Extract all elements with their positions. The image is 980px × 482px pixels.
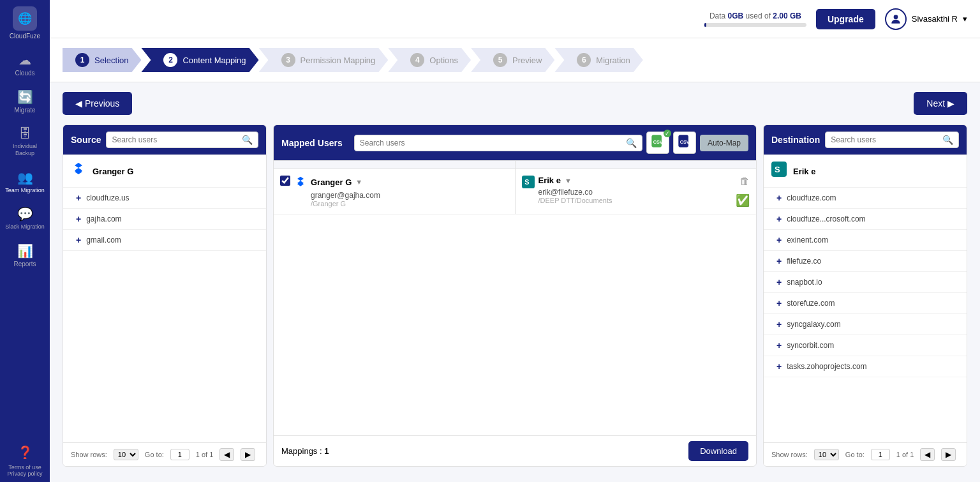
nav-buttons: ◀ Previous Next ▶ bbox=[63, 92, 967, 115]
mappings-label: Mappings : 1 bbox=[281, 446, 329, 456]
delete-mapping-icon[interactable]: 🗑 bbox=[739, 176, 750, 187]
dest-domain-label-7: syncgalaxy.com bbox=[787, 320, 840, 329]
dest-show-rows-label: Show rows: bbox=[771, 451, 808, 458]
usage-fill bbox=[704, 23, 706, 27]
mapped-source-name: Granger G bbox=[311, 177, 352, 187]
main-content: Data 0GB used of 2.00 GB Upgrade Sivasak… bbox=[50, 0, 980, 482]
source-next-page[interactable]: ▶ bbox=[241, 448, 255, 461]
data-used: 0GB bbox=[728, 11, 744, 20]
terms-footer: Terms of use Privacy policy bbox=[0, 459, 50, 482]
step-3[interactable]: 3 Permission Mapping bbox=[259, 48, 389, 72]
mapped-row-checkbox-1[interactable] bbox=[280, 176, 290, 186]
data-usage-info: Data 0GB used of 2.00 GB bbox=[704, 11, 806, 27]
dest-next-page[interactable]: ▶ bbox=[941, 448, 956, 461]
sidebar: 🌐 CloudFuze ☁ Clouds 🔄 Migrate 🗄 Individ… bbox=[0, 0, 50, 482]
step-1-label: Selection bbox=[94, 56, 128, 65]
dest-domain-3[interactable]: + exinent.com bbox=[764, 230, 967, 251]
step-5[interactable]: 5 Preview bbox=[471, 48, 554, 72]
data-used-label: used of bbox=[746, 11, 771, 20]
csv-upload-button-1[interactable]: CSV ✓ bbox=[646, 132, 669, 154]
dest-domain-label-5: snapbot.io bbox=[787, 278, 822, 287]
source-search-input[interactable] bbox=[112, 135, 242, 144]
sidebar-item-clouds[interactable]: ☁ Clouds bbox=[0, 46, 50, 83]
dest-domain-7[interactable]: + syncgalaxy.com bbox=[764, 314, 967, 335]
dest-prev-page[interactable]: ◀ bbox=[920, 448, 935, 461]
dest-plus-3: + bbox=[776, 235, 782, 245]
previous-button[interactable]: ◀ Previous bbox=[63, 92, 132, 115]
dest-domain-label-1: cloudfuze.com bbox=[787, 193, 836, 202]
csv-download-button[interactable]: CSV bbox=[673, 132, 696, 154]
step-6[interactable]: 6 Migration bbox=[554, 48, 642, 72]
svg-text:CSV: CSV bbox=[653, 139, 663, 145]
step-2-num: 2 bbox=[163, 53, 177, 67]
dest-user-row[interactable]: S Erik e bbox=[764, 155, 967, 188]
step-5-num: 5 bbox=[493, 53, 507, 67]
dest-search-input[interactable] bbox=[831, 135, 942, 144]
dest-total-pages: 1 of 1 bbox=[896, 451, 914, 458]
next-button[interactable]: Next ▶ bbox=[914, 92, 967, 115]
logo[interactable]: 🌐 CloudFuze bbox=[10, 6, 40, 40]
source-panel: Source 🔍 Granger G + clo bbox=[63, 124, 267, 467]
dest-domain-label-8: syncorbit.com bbox=[787, 341, 834, 350]
sidebar-item-individual-backup[interactable]: 🗄 Individual Backup bbox=[0, 120, 50, 163]
source-rows-select[interactable]: 102550 bbox=[114, 449, 138, 460]
mapped-panel-title: Mapped Users bbox=[281, 138, 343, 148]
migrate-icon: 🔄 bbox=[17, 89, 33, 105]
step-2[interactable]: 2 Content Mapping bbox=[141, 48, 258, 72]
privacy-link[interactable]: Privacy policy bbox=[7, 471, 42, 477]
mapped-panel-body: Granger G ▼ granger@gajha.com /Granger G bbox=[274, 169, 756, 435]
dest-plus-4: + bbox=[776, 256, 782, 266]
sidebar-label-slack: Slack Migration bbox=[5, 223, 45, 230]
dest-domain-4[interactable]: + filefuze.co bbox=[764, 251, 967, 272]
source-search-box: 🔍 bbox=[106, 132, 258, 148]
mapped-search-box: 🔍 bbox=[354, 135, 642, 151]
mapping-success-icon: ✅ bbox=[736, 193, 750, 207]
source-page-input[interactable] bbox=[170, 449, 189, 460]
dest-search-box: 🔍 bbox=[825, 132, 959, 148]
terms-link[interactable]: Terms of use bbox=[8, 464, 41, 471]
user-dropdown-icon: ▾ bbox=[963, 14, 967, 24]
step-4[interactable]: 4 Options bbox=[388, 48, 471, 72]
mapped-dest-name: Erik e bbox=[538, 176, 561, 185]
source-search-icon: 🔍 bbox=[242, 135, 253, 145]
dest-domain-9[interactable]: + tasks.zohoprojects.com bbox=[764, 356, 967, 377]
source-domain-1[interactable]: + cloudfuze.us bbox=[63, 188, 266, 209]
dest-plus-6: + bbox=[776, 298, 782, 308]
sidebar-item-migrate[interactable]: 🔄 Migrate bbox=[0, 83, 50, 120]
dest-user-icon: S bbox=[771, 162, 787, 181]
avatar bbox=[885, 8, 907, 30]
sidebar-item-slack-migration[interactable]: 💬 Slack Migration bbox=[0, 200, 50, 237]
dest-domain-1[interactable]: + cloudfuze.com bbox=[764, 188, 967, 209]
mapped-panel-footer: Mappings : 1 Download bbox=[274, 435, 756, 466]
source-domain-2[interactable]: + gajha.com bbox=[63, 209, 266, 230]
source-prev-page[interactable]: ◀ bbox=[219, 448, 234, 461]
mapped-dest-filter-icon: ▼ bbox=[565, 177, 572, 185]
user-profile[interactable]: Sivasakthi R ▾ bbox=[885, 8, 967, 30]
step-1-num: 1 bbox=[75, 53, 89, 67]
mapped-search-input[interactable] bbox=[360, 139, 626, 147]
sidebar-label-team: Team Migration bbox=[5, 187, 45, 194]
source-panel-title: Source bbox=[71, 135, 101, 145]
source-goto-label: Go to: bbox=[145, 451, 164, 458]
step-4-num: 4 bbox=[410, 53, 424, 67]
svg-text:CSV: CSV bbox=[680, 139, 690, 145]
dest-domain-5[interactable]: + snapbot.io bbox=[764, 272, 967, 293]
sidebar-item-team-migration[interactable]: 👥 Team Migration bbox=[0, 163, 50, 200]
auto-map-button[interactable]: Auto-Map bbox=[700, 135, 748, 151]
dest-domain-2[interactable]: + cloudfuze...crosoft.com bbox=[764, 209, 967, 230]
dest-domain-6[interactable]: + storefuze.com bbox=[764, 293, 967, 314]
dest-domain-8[interactable]: + syncorbit.com bbox=[764, 335, 967, 356]
sidebar-item-reports[interactable]: 📊 Reports bbox=[0, 237, 50, 274]
download-button[interactable]: Download bbox=[688, 441, 748, 461]
usage-bar bbox=[704, 23, 806, 27]
upgrade-button[interactable]: Upgrade bbox=[816, 9, 875, 29]
source-user-row[interactable]: Granger G bbox=[63, 155, 266, 188]
source-panel-body: Granger G + cloudfuze.us + gajha.com + g… bbox=[63, 155, 266, 442]
mapped-panel: Mapped Users 🔍 CSV ✓ bbox=[273, 124, 757, 467]
dest-page-input[interactable] bbox=[871, 449, 890, 460]
step-1[interactable]: 1 Selection bbox=[63, 48, 141, 72]
step-4-label: Options bbox=[429, 56, 458, 65]
source-domain-3[interactable]: + gmail.com bbox=[63, 230, 266, 251]
team-icon: 👥 bbox=[17, 170, 33, 185]
dest-rows-select[interactable]: 102550 bbox=[814, 449, 839, 460]
